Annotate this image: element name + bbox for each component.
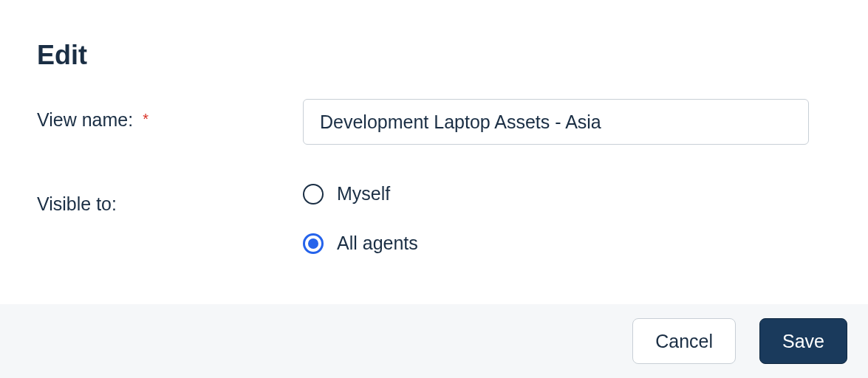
radio-option-myself[interactable]: Myself (303, 183, 418, 205)
view-name-label: View name: * (37, 99, 303, 131)
view-name-input[interactable] (303, 99, 809, 145)
page-title: Edit (37, 40, 838, 71)
save-button[interactable]: Save (759, 318, 847, 364)
visible-to-label: Visible to: (37, 183, 303, 215)
visible-to-radio-group: Myself All agents (303, 183, 418, 254)
required-indicator: * (143, 111, 148, 127)
cancel-button[interactable]: Cancel (632, 318, 736, 364)
dialog-footer: Cancel Save (0, 304, 868, 378)
radio-label: Myself (337, 183, 390, 205)
radio-icon (303, 184, 324, 205)
radio-label: All agents (337, 233, 418, 254)
radio-option-all-agents[interactable]: All agents (303, 233, 418, 254)
radio-icon (303, 233, 324, 254)
view-name-row: View name: * (37, 99, 838, 145)
visible-to-row: Visible to: Myself All agents (37, 183, 838, 254)
